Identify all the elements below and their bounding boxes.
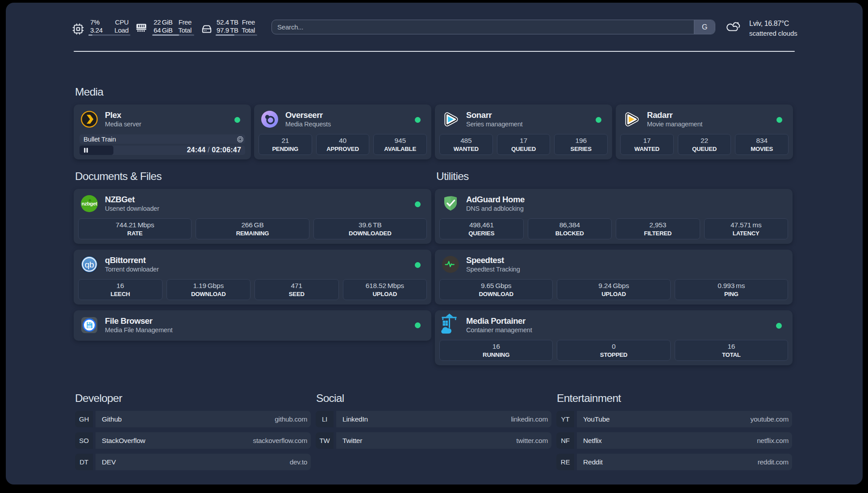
svg-text:qb: qb [85, 260, 94, 269]
svg-text:nzbget: nzbget [82, 201, 97, 206]
